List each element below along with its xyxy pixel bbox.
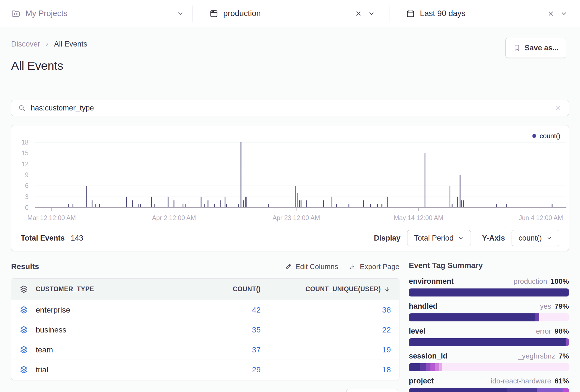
tag-name: handled (409, 302, 438, 311)
tag-bar-segment (539, 313, 569, 321)
count-unique-link[interactable]: 18 (382, 365, 391, 374)
event-tag-summary: Event Tag Summary environment production… (409, 261, 569, 392)
yaxis-dropdown[interactable]: count() (512, 230, 559, 246)
clear-search-icon[interactable] (555, 104, 562, 112)
count-unique-link[interactable]: 22 (382, 326, 391, 334)
clear-date-range-icon[interactable] (547, 10, 555, 17)
chart-footer: Total Events 143 Display Total Period Y-… (11, 225, 569, 251)
column-count-unique-user[interactable]: COUNT_UNIQUE(USER) (261, 285, 391, 293)
sort-desc-arrow-icon (384, 286, 391, 293)
projects-icon (11, 9, 20, 18)
tag-name: project (409, 377, 434, 385)
save-as-button[interactable]: Save as... (505, 38, 566, 58)
export-page-label: Export Page (360, 262, 399, 271)
pencil-icon (285, 263, 292, 270)
environment-icon (209, 9, 218, 18)
yaxis-dropdown-value: count() (519, 234, 542, 243)
export-page-button[interactable]: Export Page (349, 262, 399, 271)
tag-percent: 7% (558, 352, 569, 360)
svg-text:Apr 23 12:00 AM: Apr 23 12:00 AM (273, 214, 320, 221)
display-dropdown-value: Total Period (414, 234, 454, 243)
chart-legend[interactable]: count() (532, 132, 560, 140)
search-bar (11, 100, 569, 116)
tag-summary-heading: Event Tag Summary (409, 261, 569, 270)
tag-top-value: production (514, 277, 547, 286)
tag-bar-segment (420, 363, 425, 371)
tag-distribution-bar[interactable] (409, 288, 569, 296)
tag-bar-segment (537, 388, 562, 392)
chevron-down-icon[interactable] (560, 10, 568, 17)
stack-icon (19, 345, 29, 355)
breadcrumb-discover[interactable]: Discover (11, 40, 40, 48)
tag-bar-segment (563, 388, 569, 392)
count-link[interactable]: 35 (252, 326, 261, 334)
stack-icon (19, 325, 29, 335)
table-row: business 35 22 (11, 320, 399, 340)
count-unique-link[interactable]: 19 (382, 345, 391, 354)
pagination (11, 389, 398, 392)
chevron-down-icon[interactable] (368, 10, 375, 17)
count-link[interactable]: 42 (252, 306, 261, 314)
tag-name: environment (409, 277, 454, 286)
project-selector[interactable]: My Projects (11, 6, 193, 22)
count-unique-link[interactable]: 38 (382, 306, 391, 314)
column-label: COUNT_UNIQUE(USER) (306, 285, 381, 293)
display-dropdown[interactable]: Total Period (407, 230, 471, 246)
tag-bar-segment (442, 363, 569, 371)
legend-dot-icon (532, 134, 536, 138)
download-icon (349, 263, 356, 270)
count-link[interactable]: 29 (252, 365, 261, 374)
display-label: Display (374, 234, 401, 243)
tag-distribution-bar[interactable] (409, 363, 569, 371)
stack-icon (19, 365, 29, 375)
column-count[interactable]: COUNT() (166, 285, 261, 293)
tag-bar-segment (566, 338, 569, 346)
chevron-down-icon[interactable] (176, 10, 184, 17)
save-as-label: Save as... (525, 44, 559, 52)
date-range-label: Last 90 days (420, 9, 465, 18)
tag-distribution-bar[interactable] (409, 388, 569, 392)
stack-icon (19, 305, 29, 315)
legend-label: count() (540, 132, 560, 140)
total-events-value: 143 (71, 234, 83, 243)
breadcrumb: Discover All Events (11, 40, 569, 48)
page-title: All Events (11, 59, 569, 73)
svg-text:Apr 2 12:00 AM: Apr 2 12:00 AM (152, 214, 196, 221)
table-row: enterprise 42 38 (11, 300, 399, 320)
customer-type-cell: team (36, 345, 53, 354)
svg-text:12: 12 (21, 161, 29, 168)
count-link[interactable]: 37 (252, 345, 261, 354)
tag-top-value: ido-react-hardware (491, 377, 551, 385)
pagination-previous-button[interactable] (346, 389, 372, 392)
bookmark-icon (513, 44, 521, 52)
clear-environment-icon[interactable] (355, 10, 362, 17)
environment-selector[interactable]: production (193, 6, 389, 22)
project-selector-label: My Projects (25, 9, 67, 18)
chevron-down-icon (458, 235, 464, 241)
svg-text:Mar 12 12:00 AM: Mar 12 12:00 AM (27, 214, 76, 221)
tag-distribution-bar[interactable] (409, 338, 569, 346)
column-customer-type[interactable]: CUSTOMER_TYPE (19, 285, 166, 294)
edit-columns-button[interactable]: Edit Columns (285, 262, 338, 271)
svg-text:6: 6 (25, 182, 29, 189)
results-heading: Results (11, 262, 39, 271)
chevron-right-icon (44, 41, 50, 47)
tag-bar-segment (439, 363, 443, 371)
customer-type-cell: enterprise (36, 306, 70, 314)
results-table: CUSTOMER_TYPE COUNT() COUNT_UNIQUE(USER) (11, 278, 399, 380)
pagination-next-button[interactable] (372, 389, 398, 392)
search-input[interactable] (31, 104, 550, 112)
chart-canvas: 0369121518Mar 12 12:00 AMApr 2 12:00 AMA… (11, 125, 570, 225)
tag-bar-segment (409, 288, 569, 296)
events-chart: count() 0369121518Mar 12 12:00 AMApr 2 1… (11, 125, 569, 225)
tag-bar-segment (409, 363, 420, 371)
search-icon (18, 104, 26, 112)
tag-bar-segment (409, 338, 566, 346)
tag-percent: 79% (555, 302, 569, 311)
tag-distribution-bar[interactable] (409, 313, 569, 321)
date-range-selector[interactable]: Last 90 days (389, 6, 568, 22)
page-header: Discover All Events Save as... All Event… (0, 27, 580, 88)
tag-row: handled yes 79% (409, 302, 569, 321)
breadcrumb-current: All Events (54, 40, 87, 48)
events-chart-card: count() 0369121518Mar 12 12:00 AMApr 2 1… (11, 125, 569, 251)
